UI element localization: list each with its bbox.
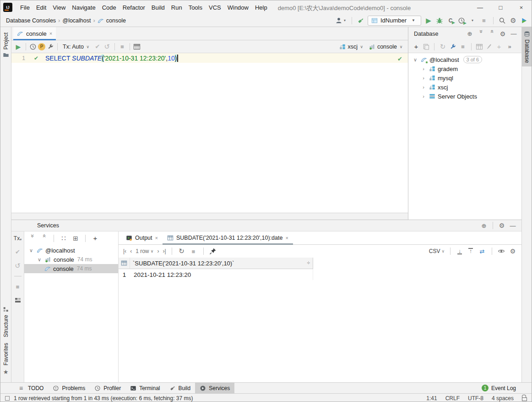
close-button[interactable]: × [511, 0, 532, 14]
menu-view[interactable]: View [49, 2, 69, 13]
collapse-all-icon[interactable]: « [40, 234, 48, 242]
sort-toggle-icon[interactable]: ÷ [307, 260, 310, 266]
hide-panel-icon[interactable]: — [509, 221, 517, 230]
tab-close-icon[interactable]: × [285, 235, 288, 241]
wrench-settings-icon[interactable] [47, 43, 54, 50]
layout-icon[interactable] [14, 297, 22, 304]
datasource-properties-icon[interactable] [449, 43, 456, 50]
tree-row-gradem[interactable]: › gradem [408, 64, 521, 73]
tab-output[interactable]: Output × [121, 231, 163, 244]
maximize-button[interactable]: □ [490, 0, 511, 14]
search-everywhere-icon[interactable] [499, 17, 506, 24]
chevron-right-icon[interactable]: › [420, 94, 427, 99]
history-clock-icon[interactable] [29, 43, 37, 50]
column-header-subdate[interactable]: `SUBDATE('2021-10-31 12:23:20',10)` ÷ [130, 258, 313, 269]
readonly-lock-icon[interactable] [522, 397, 527, 401]
breadcrumb-localhost[interactable]: @localhost [62, 17, 91, 24]
pin-tab-icon[interactable] [209, 248, 217, 255]
editor-tab-console[interactable]: console × [13, 27, 56, 40]
chevron-down-icon[interactable]: ∨ [36, 257, 43, 263]
breadcrumb-console[interactable]: console [106, 17, 126, 24]
menu-window[interactable]: Window [224, 2, 252, 13]
menu-refactor[interactable]: Refactor [119, 2, 148, 13]
menu-build[interactable]: Build [148, 2, 168, 13]
export-download-icon[interactable]: ↓ [456, 248, 463, 255]
indent-widget[interactable]: 4 spaces [492, 395, 514, 402]
run-configuration-select[interactable]: IdNumber ▼ [368, 16, 421, 26]
hide-panel-icon[interactable]: — [510, 30, 518, 38]
user-account-button[interactable]: ▾ [335, 17, 347, 25]
tree-row-xscj[interactable]: › xscj [408, 83, 521, 92]
chevron-down-icon[interactable]: ∨ [28, 248, 34, 253]
service-row-console-result[interactable]: console 74 ms [24, 264, 118, 273]
service-row-console-session[interactable]: ∨ console 74 ms [24, 255, 118, 264]
run-button[interactable]: ▶ [424, 17, 433, 25]
add-service-button[interactable]: + [91, 234, 99, 242]
plugin-colorful-play-icon[interactable] [521, 17, 528, 24]
breadcrumb-database-consoles[interactable]: Database Consoles [6, 17, 56, 24]
menu-tools[interactable]: Tools [185, 2, 206, 13]
tx-mode-select[interactable]: Tx: Auto ∨ [61, 43, 92, 51]
build-hammer-icon[interactable] [357, 17, 364, 24]
settings-gear-icon[interactable]: ⚙ [509, 17, 517, 25]
browse-data-icon[interactable] [133, 43, 141, 50]
collapse-all-icon[interactable]: « [488, 30, 496, 38]
expand-all-icon[interactable]: » [477, 30, 485, 38]
expand-all-icon[interactable]: » [28, 234, 36, 242]
corner-cell[interactable] [119, 258, 130, 269]
tool-button-database[interactable]: Database [522, 27, 532, 66]
import-upload-icon[interactable]: ↑ [467, 248, 474, 255]
inspections-ok-icon[interactable]: ✔ [397, 55, 402, 62]
menu-navigate[interactable]: Navigate [69, 2, 98, 13]
menu-code[interactable]: Code [99, 2, 119, 13]
tab-result-subdate[interactable]: SUBDATE('2021-10-31 12:23:20',10):date × [163, 231, 293, 244]
tool-button-todo[interactable]: ≡ TODO [12, 383, 48, 393]
reload-query-icon[interactable]: ↻ [178, 247, 186, 255]
grid-settings-gear-icon[interactable]: ⚙ [509, 247, 517, 255]
profiler-button[interactable]: ▶ [458, 17, 465, 24]
chevron-right-icon[interactable]: › [420, 84, 427, 90]
tree-row-server-objects[interactable]: › Server Objects [408, 92, 521, 101]
tool-button-terminal[interactable]: Terminal [125, 383, 164, 393]
tool-button-profiler[interactable]: Profiler [90, 383, 125, 393]
tree-row-localhost[interactable]: ∨ @localhost 3 of 6 [408, 55, 521, 64]
menu-run[interactable]: Run [168, 2, 185, 13]
execute-button[interactable]: ▶ [14, 43, 22, 51]
tree-row-mysql[interactable]: › mysql [408, 73, 521, 83]
result-row-1[interactable]: 1 2021-10-21 12:23:20 [119, 269, 521, 280]
add-datasource-button[interactable]: + [412, 43, 420, 51]
tool-button-services[interactable]: Services [195, 383, 234, 393]
menu-file[interactable]: File [17, 2, 33, 13]
view-options-icon[interactable]: ⊞ [71, 234, 80, 242]
panel-settings-gear-icon[interactable]: ⚙ [499, 30, 507, 38]
session-select[interactable]: console ∨ [367, 43, 405, 51]
tool-button-project[interactable]: Project [3, 30, 9, 61]
tx-toggle-button[interactable]: Tx▾ [14, 235, 22, 242]
editor-splitter[interactable] [11, 213, 408, 220]
profiler-dropdown-icon[interactable]: ▾ [468, 17, 477, 25]
caret-position-widget[interactable]: 1:41 [426, 395, 437, 402]
parameters-icon[interactable]: P [38, 43, 45, 50]
tool-button-build[interactable]: Build [165, 383, 195, 393]
chevron-right-icon[interactable]: › [420, 75, 427, 81]
code-editor[interactable]: 1 ✔ SELECT SUBDATE('2021-10-31 12:23:20'… [11, 53, 408, 213]
event-log-button[interactable]: 1 Event Log [482, 385, 532, 391]
menu-help[interactable]: Help [252, 2, 271, 13]
toolbar-overflow-icon[interactable]: » [505, 43, 514, 51]
code-line-1[interactable]: 1 ✔ SELECT SUBDATE('2021-10-31 12:23:20'… [11, 53, 408, 63]
locate-icon[interactable]: ⊕ [466, 30, 474, 38]
group-by-icon[interactable]: ∷ [60, 234, 68, 242]
locate-icon[interactable]: ⊕ [480, 221, 488, 230]
view-options-eye-icon[interactable] [498, 248, 505, 255]
background-tasks-icon[interactable] [5, 396, 10, 401]
run-with-coverage-button[interactable]: C▶ [446, 17, 455, 25]
encoding-widget[interactable]: UTF-8 [468, 395, 483, 402]
export-format-select[interactable]: CSV∨ [429, 248, 445, 254]
chevron-right-icon[interactable]: › [420, 66, 427, 72]
tool-button-favorites[interactable]: Favorites ★ [2, 340, 10, 379]
compare-sync-icon[interactable]: ⇄ [478, 247, 486, 255]
service-row-localhost[interactable]: ∨ @localhost [24, 246, 118, 255]
schema-select[interactable]: xscj ∨ [337, 43, 366, 51]
page-size-select[interactable]: 1 row ∨ [136, 248, 153, 254]
menu-vcs[interactable]: VCS [206, 2, 224, 13]
